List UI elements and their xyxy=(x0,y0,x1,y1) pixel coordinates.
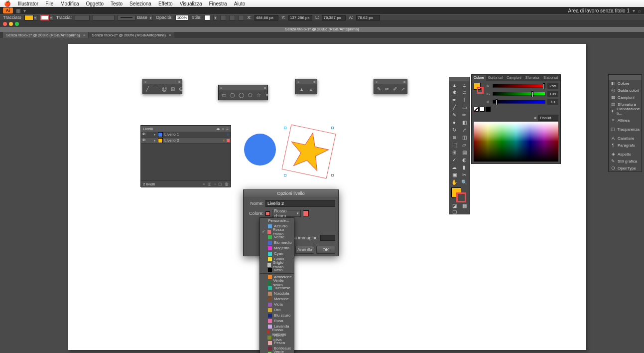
search-icon[interactable]: ⌕ xyxy=(638,8,641,13)
zoom-tool[interactable]: 🔍 xyxy=(459,178,469,186)
tab-elaborazione[interactable]: Elaborazi xyxy=(541,75,560,81)
dd-color-item[interactable]: Viola xyxy=(260,302,294,307)
pen-tool[interactable]: ✒ xyxy=(449,96,459,104)
blue-circle-shape[interactable] xyxy=(244,134,276,166)
dd-color-item[interactable]: Nocciola xyxy=(260,291,294,296)
direct-select-tool-icon[interactable]: ▵ xyxy=(308,86,314,92)
selection-handle[interactable] xyxy=(284,127,286,129)
doc-tab-1[interactable]: Senza titolo-1* @ 208% (RGB/Anteprima)× xyxy=(3,32,88,38)
selection-tool[interactable]: ▴ xyxy=(449,81,459,89)
free-transform-tool[interactable]: ◫ xyxy=(459,134,469,141)
ok-button[interactable]: OK xyxy=(316,246,335,254)
mini-toolbar-2[interactable]: ×≡ ▭ ▢ ◯ ⬠ ☆ ✦ xyxy=(218,85,268,100)
new-layer-icon[interactable]: ▢ xyxy=(218,182,222,187)
align-icon[interactable] xyxy=(229,15,235,20)
sidepanel-item[interactable]: ▦Campioni xyxy=(609,94,642,101)
pencil-tool-icon[interactable]: ✐ xyxy=(393,86,397,92)
tab-colore[interactable]: Colore xyxy=(472,75,486,81)
blend-tool[interactable]: ◐ xyxy=(459,156,469,164)
target-icon[interactable]: ○ xyxy=(223,138,225,143)
eyedropper-tool[interactable]: ✓ xyxy=(449,156,459,164)
sidepanel-item[interactable]: ✎Stili grafica xyxy=(609,158,642,165)
menu-testo[interactable]: Testo xyxy=(111,1,123,6)
stroke-weight-input[interactable] xyxy=(75,15,90,20)
selection-handle[interactable] xyxy=(284,174,286,176)
x-input[interactable]: 484,66 px xyxy=(255,15,278,20)
tab-sfumatura[interactable]: Sfumatur xyxy=(523,75,541,81)
h-input[interactable]: 78,62 px xyxy=(356,15,380,20)
rounded-rect-tool-icon[interactable]: ▢ xyxy=(230,92,235,98)
layers-panel[interactable]: Livelli◂▸×≡ 👁▸Livello 1○👁▸Livello 2○ 2 l… xyxy=(140,125,231,187)
dd-color-item[interactable]: Verde erba xyxy=(260,351,294,353)
g-value[interactable]: 189 xyxy=(547,91,558,97)
colore-swatch-preview[interactable] xyxy=(303,210,309,216)
delete-layer-icon[interactable]: 🗑 xyxy=(225,182,229,187)
graph-tool[interactable]: ▮ xyxy=(459,164,469,171)
b-slider[interactable] xyxy=(493,100,545,104)
width-tool[interactable]: ≋ xyxy=(449,134,459,141)
flare-tool-icon[interactable]: ✦ xyxy=(265,92,269,98)
r-slider[interactable] xyxy=(493,84,545,88)
g-slider[interactable] xyxy=(493,92,545,96)
hand-tool[interactable]: ✋ xyxy=(449,178,459,186)
dd-color-item[interactable]: Verde scuro xyxy=(260,280,294,285)
stroke-profile-input[interactable] xyxy=(93,15,115,20)
close-icon[interactable]: × xyxy=(297,80,301,84)
menu-visualizza[interactable]: Visualizza xyxy=(180,1,202,6)
selection-handle[interactable] xyxy=(331,127,334,129)
mini-toolbar-3[interactable]: ×≡ ▴ ▵ xyxy=(295,79,317,94)
sidepanel-item[interactable]: ◧Colore xyxy=(609,80,642,87)
blob-brush-icon[interactable]: ✏ xyxy=(385,86,389,92)
close-tab-icon[interactable]: × xyxy=(169,33,171,37)
arc-tool-icon[interactable]: ⌒ xyxy=(153,86,158,92)
r-value[interactable]: 255 xyxy=(547,83,558,89)
dd-color-item[interactable]: Magenta xyxy=(260,245,294,251)
fill-swatch[interactable] xyxy=(24,15,33,20)
ellipse-tool-icon[interactable]: ◯ xyxy=(239,92,244,98)
transform-icon[interactable] xyxy=(238,15,244,20)
none-swatch[interactable] xyxy=(474,107,479,112)
color-spectrum[interactable] xyxy=(474,122,558,162)
sidepanel-item[interactable]: ◎Guida colori xyxy=(609,87,642,94)
dd-color-item[interactable]: Blu medio xyxy=(260,240,294,245)
symbol-tool[interactable]: ☁ xyxy=(449,164,459,171)
layer-row[interactable]: 👁▸Livello 2○ xyxy=(141,138,231,144)
stroke-color-swatch[interactable] xyxy=(456,192,466,202)
style-swatch[interactable] xyxy=(204,15,210,20)
menu-oggetto[interactable]: Oggetto xyxy=(86,1,104,6)
hex-input[interactable] xyxy=(538,115,558,121)
menu-finestra[interactable]: Finestra xyxy=(209,1,227,6)
sidepanel-item[interactable]: OOpenType xyxy=(609,165,642,172)
panel-stroke-swatch[interactable] xyxy=(477,87,484,94)
new-sublayer-icon[interactable]: ▫ xyxy=(214,182,216,187)
mesh-tool[interactable]: ⊞ xyxy=(449,149,459,156)
bridge-icon[interactable]: ▦ xyxy=(16,8,20,13)
color-panel[interactable]: Colore Guida col Campioni Sfumatur Elabo… xyxy=(471,74,561,164)
menu-effetto[interactable]: Effetto xyxy=(158,1,173,6)
close-icon[interactable]: × xyxy=(222,127,225,131)
visibility-icon[interactable]: 👁 xyxy=(141,138,147,143)
dd-color-item[interactable]: Cyan xyxy=(260,251,294,256)
sidepanel-item[interactable]: ✦Elaborazione tr... xyxy=(609,108,642,115)
blob-tool[interactable]: ● xyxy=(449,119,459,126)
docked-panel-strip[interactable]: ◧Colore◎Guida colori▦Campioni▤Sfumatura✦… xyxy=(608,74,642,172)
panel-menu-icon[interactable]: ≡ xyxy=(226,127,229,131)
line-tool-icon[interactable]: ╱ xyxy=(146,86,149,92)
grid-tool-icon[interactable]: ⊞ xyxy=(171,86,175,92)
dd-color-item[interactable]: Rosa xyxy=(260,318,294,324)
type-tool[interactable]: T xyxy=(459,96,469,104)
close-icon[interactable]: × xyxy=(376,80,379,84)
menu-aiuto[interactable]: Aiuto xyxy=(234,1,246,6)
target-icon[interactable]: ○ xyxy=(227,132,229,137)
close-tab-icon[interactable]: × xyxy=(83,33,86,37)
tab-campioni[interactable]: Campioni xyxy=(505,75,523,81)
polar-grid-icon[interactable]: ⊕ xyxy=(179,86,183,92)
artboard-tool[interactable]: ▣ xyxy=(449,171,459,178)
tab-guida-colori[interactable]: Guida col xyxy=(486,75,505,81)
dd-color-item[interactable]: Oro xyxy=(260,307,294,313)
workspace-name[interactable]: Area di lavoro senza titolo 1 xyxy=(568,8,630,13)
stroke-dropdown[interactable]: ▾ xyxy=(49,15,53,20)
sidepanel-item[interactable]: ◈Aspetto xyxy=(609,151,642,158)
sidepanel-item[interactable]: ¶Paragrafo xyxy=(609,142,642,149)
mini-toolbar-4[interactable]: ×≡ ✎ ✏ ✐ ↗ xyxy=(374,79,407,94)
